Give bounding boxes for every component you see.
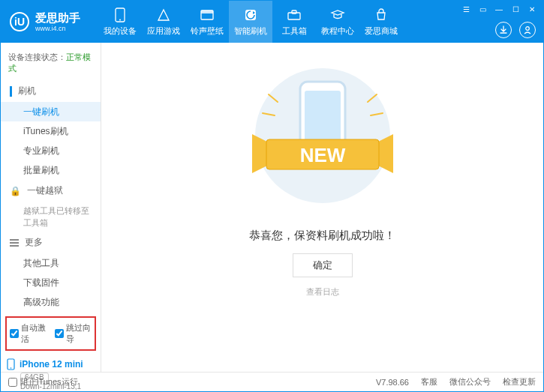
nav-tutorials[interactable]: 教程中心 [316, 1, 359, 43]
auto-activate-checkbox[interactable]: 自动激活 [10, 322, 47, 345]
sidebar-item-download-firmware[interactable]: 下载固件 [1, 273, 101, 292]
tutorial-icon [329, 7, 346, 22]
section-more[interactable]: 更多 [1, 232, 101, 253]
nav-store[interactable]: 爱思商城 [359, 1, 403, 43]
main-panel: NEW 恭喜您，保资料刷机成功啦！ 确定 查看日志 [101, 43, 543, 372]
svg-point-7 [526, 27, 530, 31]
lock-icon: 🔒 [10, 186, 21, 196]
titlebar: iU 爱思助手 www.i4.cn 我的设备 应用游戏 铃声壁纸 智能刷机 [1, 1, 543, 43]
user-button[interactable] [519, 22, 536, 38]
device-name: iPhone 12 mini [20, 359, 83, 370]
svg-text:NEW: NEW [299, 144, 345, 166]
ok-button[interactable]: 确定 [293, 253, 353, 277]
window-controls: ☰ ▭ — ☐ ✕ [459, 4, 539, 14]
sidebar: 设备连接状态：正常模式 刷机 一键刷机 iTunes刷机 专业刷机 批量刷机 🔒… [1, 43, 101, 372]
jailbreak-moved-note: 越狱工具已转移至 工具箱 [1, 202, 101, 232]
list-icon [10, 239, 19, 247]
sidebar-item-oneclick-flash[interactable]: 一键刷机 [1, 102, 101, 121]
top-nav: 我的设备 应用游戏 铃声壁纸 智能刷机 工具箱 教程中心 [98, 1, 403, 43]
svg-rect-3 [201, 10, 213, 13]
app-window: iU 爱思助手 www.i4.cn 我的设备 应用游戏 铃声壁纸 智能刷机 [0, 0, 544, 392]
sidebar-item-other-tools[interactable]: 其他工具 [1, 253, 101, 273]
device-name-row[interactable]: iPhone 12 mini [7, 358, 95, 370]
phone-icon [7, 358, 15, 370]
view-log-link[interactable]: 查看日志 [306, 286, 339, 298]
maximize-button[interactable]: ☐ [509, 4, 522, 14]
nav-my-device[interactable]: 我的设备 [98, 1, 142, 43]
skin-icon[interactable]: ▭ [476, 4, 489, 14]
wechat-link[interactable]: 微信公众号 [449, 376, 491, 388]
minimize-button[interactable]: — [492, 4, 506, 14]
close-button[interactable]: ✕ [525, 4, 539, 14]
section-jailbreak[interactable]: 🔒 一键越狱 [1, 180, 101, 202]
section-flash[interactable]: 刷机 [1, 80, 101, 102]
title-actions [495, 22, 536, 38]
sidebar-item-pro-flash[interactable]: 专业刷机 [1, 141, 101, 160]
svg-rect-6 [292, 10, 296, 13]
app-url: www.i4.cn [35, 25, 80, 33]
app-logo: iU 爱思助手 www.i4.cn [1, 11, 89, 33]
success-illustration: NEW [225, 61, 420, 218]
connection-status: 设备连接状态：正常模式 [1, 49, 101, 80]
body: 设备连接状态：正常模式 刷机 一键刷机 iTunes刷机 专业刷机 批量刷机 🔒… [1, 43, 543, 372]
nav-ringtones-wallpapers[interactable]: 铃声壁纸 [185, 1, 229, 43]
store-icon [373, 7, 389, 22]
check-update-link[interactable]: 检查更新 [503, 376, 536, 388]
menu-icon[interactable]: ☰ [459, 4, 473, 14]
logo-icon: iU [10, 12, 29, 31]
flash-options: 自动激活 跳过向导 [5, 316, 96, 351]
status-bar: 阻止iTunes运行 V7.98.66 客服 微信公众号 检查更新 [1, 372, 543, 391]
sidebar-item-batch-flash[interactable]: 批量刷机 [1, 160, 101, 180]
toolbox-icon [286, 7, 302, 22]
phone-icon [112, 7, 128, 22]
block-itunes-checkbox[interactable]: 阻止iTunes运行 [8, 376, 78, 388]
version-label: V7.98.66 [376, 378, 409, 387]
flash-icon [242, 7, 259, 22]
wallpaper-icon [199, 7, 215, 22]
flash-section-icon [10, 86, 12, 97]
download-button[interactable] [495, 22, 512, 38]
svg-point-1 [119, 19, 121, 20]
nav-apps-games[interactable]: 应用游戏 [142, 1, 185, 43]
svg-point-9 [11, 367, 12, 369]
nav-toolbox[interactable]: 工具箱 [272, 1, 316, 43]
app-name: 爱思助手 [35, 11, 80, 25]
nav-smart-flash[interactable]: 智能刷机 [229, 1, 272, 43]
support-link[interactable]: 客服 [421, 376, 437, 388]
skip-guide-checkbox[interactable]: 跳过向导 [55, 322, 92, 345]
sidebar-item-advanced[interactable]: 高级功能 [1, 292, 101, 312]
apps-icon [155, 7, 172, 22]
success-message: 恭喜您，保资料刷机成功啦！ [249, 229, 395, 243]
sidebar-item-itunes-flash[interactable]: iTunes刷机 [1, 121, 101, 141]
